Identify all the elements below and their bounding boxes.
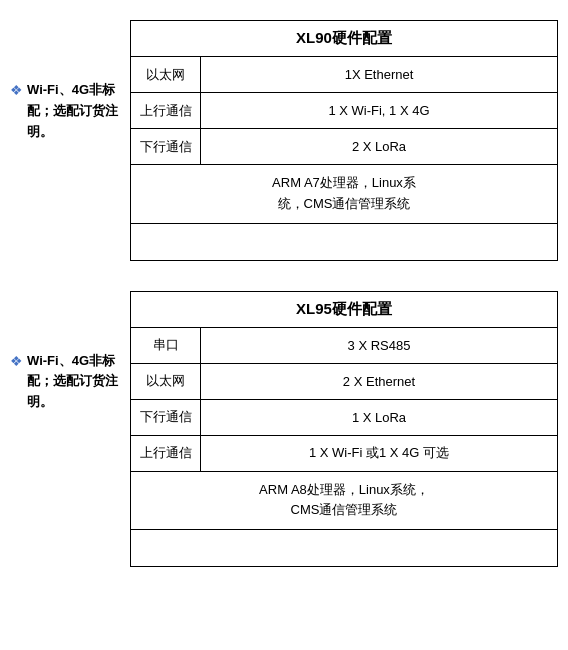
note-xl90: ❖Wi-Fi、4G非标配；选配订货注明。 (10, 20, 120, 142)
hw-full-xl95-4: ARM A8处理器，Linux系统， CMS通信管理系统 (131, 472, 557, 530)
hw-empty-xl90 (131, 224, 557, 260)
diamond-icon-xl90: ❖ (10, 80, 23, 101)
diamond-icon-xl95: ❖ (10, 351, 23, 372)
hw-label-xl95-3: 上行通信 (131, 436, 201, 471)
hw-label-xl95-2: 下行通信 (131, 400, 201, 435)
note-xl95: ❖Wi-Fi、4G非标配；选配订货注明。 (10, 291, 120, 413)
hw-label-xl90-2: 下行通信 (131, 129, 201, 164)
hw-full-xl90-3: ARM A7处理器，Linux系 统，CMS通信管理系统 (131, 165, 557, 223)
hw-value-xl90-2: 2 X LoRa (201, 129, 557, 164)
page-container: ❖Wi-Fi、4G非标配；选配订货注明。XL90硬件配置以太网1X Ethern… (10, 20, 558, 567)
hw-label-xl95-1: 以太网 (131, 364, 201, 399)
hw-row-xl95-0: 串口3 X RS485 (131, 328, 557, 364)
hw-row-xl90-1: 上行通信1 X Wi-Fi, 1 X 4G (131, 93, 557, 129)
note-text-xl90: Wi-Fi、4G非标配；选配订货注明。 (27, 80, 120, 142)
hardware-box-xl90: XL90硬件配置以太网1X Ethernet上行通信1 X Wi-Fi, 1 X… (130, 20, 558, 261)
note-text-xl95: Wi-Fi、4G非标配；选配订货注明。 (27, 351, 120, 413)
hardware-rows-xl90: 以太网1X Ethernet上行通信1 X Wi-Fi, 1 X 4G下行通信2… (131, 57, 557, 260)
note-bullet-xl90: ❖Wi-Fi、4G非标配；选配订货注明。 (10, 80, 120, 142)
hw-row-xl95-3: 上行通信1 X Wi-Fi 或1 X 4G 可选 (131, 436, 557, 472)
hw-row-xl90-3: ARM A7处理器，Linux系 统，CMS通信管理系统 (131, 165, 557, 224)
hw-row-xl95-1: 以太网2 X Ethernet (131, 364, 557, 400)
section-xl95: ❖Wi-Fi、4G非标配；选配订货注明。XL95硬件配置串口3 X RS485以… (10, 291, 558, 568)
hw-value-xl90-0: 1X Ethernet (201, 57, 557, 92)
hw-label-xl90-1: 上行通信 (131, 93, 201, 128)
section-xl90: ❖Wi-Fi、4G非标配；选配订货注明。XL90硬件配置以太网1X Ethern… (10, 20, 558, 261)
hardware-title-xl90: XL90硬件配置 (131, 21, 557, 57)
hw-label-xl90-0: 以太网 (131, 57, 201, 92)
hw-value-xl95-3: 1 X Wi-Fi 或1 X 4G 可选 (201, 436, 557, 471)
note-bullet-xl95: ❖Wi-Fi、4G非标配；选配订货注明。 (10, 351, 120, 413)
hw-value-xl95-2: 1 X LoRa (201, 400, 557, 435)
hw-empty-xl95 (131, 530, 557, 566)
hardware-title-xl95: XL95硬件配置 (131, 292, 557, 328)
hardware-box-xl95: XL95硬件配置串口3 X RS485以太网2 X Ethernet下行通信1 … (130, 291, 558, 568)
hw-value-xl95-1: 2 X Ethernet (201, 364, 557, 399)
hw-row-xl95-4: ARM A8处理器，Linux系统， CMS通信管理系统 (131, 472, 557, 531)
hardware-rows-xl95: 串口3 X RS485以太网2 X Ethernet下行通信1 X LoRa上行… (131, 328, 557, 567)
hw-value-xl95-0: 3 X RS485 (201, 328, 557, 363)
hw-value-xl90-1: 1 X Wi-Fi, 1 X 4G (201, 93, 557, 128)
hw-row-xl90-0: 以太网1X Ethernet (131, 57, 557, 93)
hw-row-xl90-2: 下行通信2 X LoRa (131, 129, 557, 165)
hw-row-xl95-2: 下行通信1 X LoRa (131, 400, 557, 436)
hw-label-xl95-0: 串口 (131, 328, 201, 363)
